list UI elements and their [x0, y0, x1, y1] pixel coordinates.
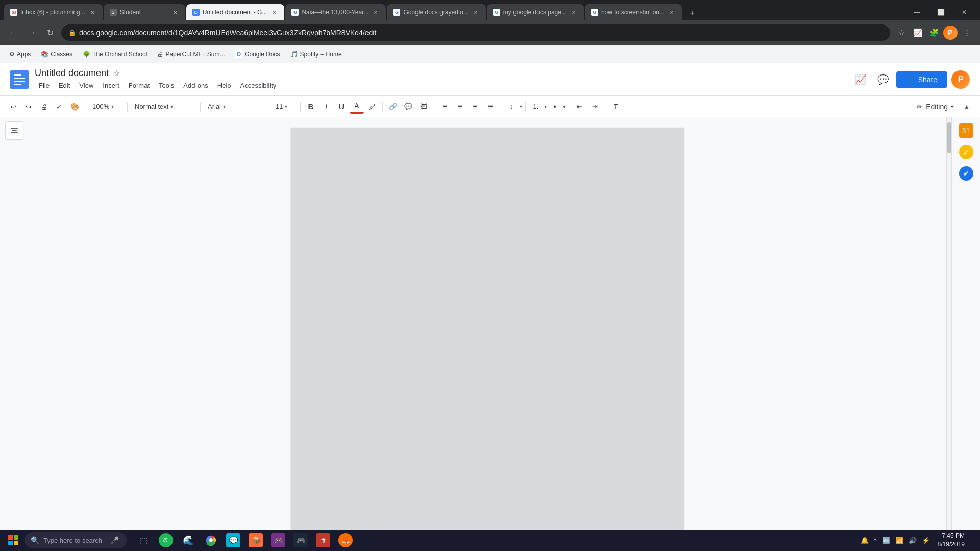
notification-icon[interactable]: 🔔 [859, 537, 870, 544]
minimize-button[interactable]: — [905, 4, 929, 20]
tab-docs[interactable]: D Untitled document - G... ✕ [186, 4, 285, 20]
bookmark-orchard[interactable]: 🌳 The Orchard School [79, 48, 151, 60]
share-button[interactable]: 👤 Share [896, 71, 947, 88]
maximize-button[interactable]: ⬜ [929, 4, 952, 20]
comments-button[interactable]: 💬 [874, 70, 892, 89]
show-hidden-icon[interactable]: ^ [872, 537, 878, 544]
close-button[interactable]: ✕ [952, 4, 976, 20]
print-button[interactable]: 🖨 [37, 99, 51, 114]
trending-button[interactable]: 📈 [911, 26, 925, 40]
bookmark-papercut[interactable]: 🖨 PaperCut MF : Sum... [153, 48, 229, 60]
chrome-menu-button[interactable]: ⋮ [960, 26, 974, 40]
taskbar-task-view[interactable]: ⬚ [133, 530, 154, 551]
bookmark-apps[interactable]: ⚙ Apps [5, 48, 35, 60]
user-avatar[interactable]: P [951, 70, 970, 89]
taskbar-firefox[interactable]: 🦊 [335, 530, 356, 551]
menu-addons[interactable]: Add-ons [179, 80, 212, 91]
volume-icon[interactable]: 🔊 [907, 537, 918, 544]
insert-link-button[interactable]: 🔗 [386, 99, 400, 114]
redo-button[interactable]: ↪ [21, 99, 36, 114]
align-center-button[interactable]: ≡ [453, 99, 467, 114]
bookmark-googledocs[interactable]: D Google Docs [231, 48, 284, 60]
tab-close-grayed[interactable]: ✕ [472, 8, 480, 16]
underline-button[interactable]: U [334, 99, 349, 114]
tab-close-mygdocs[interactable]: ✕ [570, 8, 578, 16]
editing-mode-selector[interactable]: ✏ Editing ▾ [912, 101, 959, 113]
spell-check-button[interactable]: ✓ [52, 99, 66, 114]
taskbar-box-app[interactable]: 📦 [245, 530, 266, 551]
refresh-button[interactable]: ↻ [43, 26, 57, 40]
toolbar-collapse-button[interactable]: ▲ [960, 99, 974, 114]
font-size-select[interactable]: 11 ▾ [272, 99, 297, 114]
tab-close-screenshot[interactable]: ✕ [668, 8, 676, 16]
insert-image-button[interactable]: 🖼 [416, 99, 431, 114]
undo-button[interactable]: ↩ [6, 99, 20, 114]
bullet-list-button[interactable]: • [548, 99, 562, 114]
docs-star-button[interactable]: ☆ [113, 68, 120, 78]
menu-format[interactable]: Format [125, 80, 154, 91]
menu-accessibility[interactable]: Accessibility [236, 80, 281, 91]
taskbar-chrome[interactable] [200, 530, 222, 551]
bookmark-spotify[interactable]: 🎵 Spotify – Home [286, 48, 346, 60]
tasks-panel-button[interactable]: ✓ [957, 143, 975, 161]
menu-tools[interactable]: Tools [155, 80, 178, 91]
docs-document-title[interactable]: Untitled document [35, 68, 109, 79]
taskbar-search[interactable]: 🔍 Type here to search 🎤 [24, 532, 127, 548]
keyboard-icon[interactable]: 🔤 [880, 537, 892, 544]
decrease-indent-button[interactable]: ⇤ [572, 99, 586, 114]
taskbar-combat-app[interactable]: 🗡 [312, 530, 334, 551]
extensions-button[interactable]: 🧩 [927, 26, 941, 40]
tab-naia[interactable]: G Naia—the 13,000-Year... ✕ [285, 4, 386, 20]
scroll-thumb[interactable] [947, 122, 951, 153]
numbered-list-button[interactable]: 1. [529, 99, 543, 114]
align-left-button[interactable]: ≡ [437, 99, 452, 114]
menu-view[interactable]: View [75, 80, 97, 91]
docs-page-area[interactable] [28, 117, 946, 530]
paint-format-button[interactable]: 🎨 [67, 99, 82, 114]
align-justify-button[interactable]: ≡ [483, 99, 498, 114]
battery-icon[interactable]: ⚡ [920, 537, 932, 544]
activity-dashboard-button[interactable]: 📈 [851, 70, 870, 89]
menu-edit[interactable]: Edit [55, 80, 74, 91]
taskbar-chat-app[interactable]: 💬 [223, 530, 244, 551]
menu-file[interactable]: File [35, 80, 54, 91]
clear-formatting-button[interactable]: T [608, 99, 623, 114]
bookmark-star-button[interactable]: ☆ [894, 26, 909, 40]
tab-student[interactable]: S Student ✕ [104, 4, 185, 20]
zoom-select[interactable]: 100% ▾ [88, 99, 124, 114]
taskbar-steam[interactable]: 🎮 [290, 530, 311, 551]
increase-indent-button[interactable]: ⇥ [587, 99, 602, 114]
text-color-button[interactable]: A [350, 99, 364, 114]
menu-insert[interactable]: Insert [99, 80, 124, 91]
taskbar-clock[interactable]: 7:45 PM 8/19/2019 [934, 532, 969, 549]
tab-gmail[interactable]: ✉ Inbox (6) - ptcumming... ✕ [4, 4, 103, 20]
forward-button[interactable]: → [24, 26, 39, 40]
start-button[interactable] [4, 531, 22, 549]
profile-avatar[interactable]: P [943, 26, 958, 40]
calendar-panel-button[interactable]: 31 [957, 121, 975, 140]
italic-button[interactable]: I [319, 99, 333, 114]
style-select[interactable]: Normal text ▾ [131, 99, 197, 114]
font-family-select[interactable]: Arial ▾ [204, 99, 265, 114]
taskbar-game1[interactable]: 🎮 [267, 530, 289, 551]
tab-close-student[interactable]: ✕ [171, 8, 179, 16]
taskbar-edge[interactable]: 🌊 [178, 530, 199, 551]
network-icon[interactable]: 📶 [894, 537, 905, 544]
tab-close-gmail[interactable]: ✕ [88, 8, 96, 16]
docs-document-page[interactable] [291, 128, 684, 530]
tab-close-naia[interactable]: ✕ [372, 8, 380, 16]
tab-close-docs[interactable]: ✕ [270, 8, 278, 16]
bold-button[interactable]: B [304, 99, 318, 114]
tab-grayed[interactable]: G Google docs grayed o... ✕ [387, 4, 485, 20]
line-spacing-button[interactable]: ↕ [504, 99, 519, 114]
insert-comment-button[interactable]: 💬 [401, 99, 415, 114]
back-button[interactable]: ← [6, 26, 20, 40]
tab-mygdocs[interactable]: G my google docs page... ✕ [487, 4, 584, 20]
scroll-track[interactable] [946, 117, 951, 530]
outline-toggle-button[interactable] [5, 121, 23, 140]
bookmark-classes[interactable]: 📚 Classes [37, 48, 77, 60]
align-right-button[interactable]: ≡ [468, 99, 482, 114]
tab-screenshot[interactable]: G how to screenshot on... ✕ [585, 4, 682, 20]
taskbar-spotify[interactable] [155, 530, 177, 551]
keep-panel-button[interactable]: ✔ [957, 164, 975, 183]
